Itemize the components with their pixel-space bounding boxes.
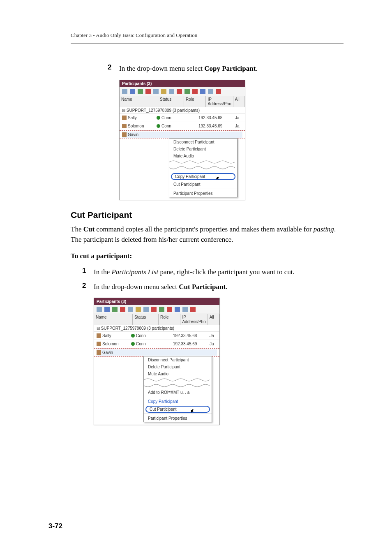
disconnect-icon[interactable] <box>120 307 125 312</box>
person-icon[interactable] <box>128 307 133 312</box>
column-headers: Name Status Role IP Address/Pho Ali <box>120 96 245 107</box>
table-row[interactable]: Solomon Conn 192.33.45.69 Ja <box>120 122 245 130</box>
page-number: 3-72 <box>48 522 62 530</box>
col-name[interactable]: Name <box>94 314 133 325</box>
text-fragment: In the <box>94 268 111 276</box>
ali-text: Ja <box>235 124 242 128</box>
stop-icon[interactable] <box>192 89 198 94</box>
col-ip[interactable]: IP Address/Pho <box>206 96 233 107</box>
column-headers: Name Status Role IP Address/Pho Ali <box>94 314 219 325</box>
participants-pane-title: Participants (3) <box>120 80 245 87</box>
text-fragment: . <box>226 283 227 291</box>
col-ali[interactable]: Ali <box>208 314 219 325</box>
text-fragment: pane, right-click the participant you wa… <box>158 268 294 276</box>
table-row[interactable]: Sally Conn 192.33.45.68 Ja <box>120 114 245 122</box>
menu-item-disconnect[interactable]: Disconnect Participant <box>144 356 212 363</box>
step-text: In the drop-down menu select Copy Partic… <box>119 63 258 74</box>
add-participant-icon[interactable] <box>122 89 127 94</box>
rec-dot-icon[interactable] <box>190 307 196 312</box>
export-icon[interactable] <box>182 307 188 312</box>
menu-item-delete[interactable]: Delete Participant <box>144 363 212 370</box>
step-number: 2 <box>82 282 94 290</box>
context-menu: Disconnect Participant Delete Participan… <box>169 138 238 197</box>
status-dot-icon <box>157 116 160 120</box>
copy-step-2: 2 In the drop-down menu select Copy Part… <box>71 63 344 74</box>
text-italic: Participants List <box>111 268 158 276</box>
disconnect-icon[interactable] <box>145 89 151 94</box>
record-icon[interactable] <box>151 307 157 312</box>
connect-icon[interactable] <box>138 89 143 94</box>
menu-item-copy-participant[interactable]: Copy Participant <box>171 173 235 180</box>
status-text: Conn <box>136 342 146 346</box>
menu-item-mute[interactable]: Mute Audio <box>169 153 237 160</box>
participant-name: Solomon <box>128 124 144 128</box>
record-icon[interactable] <box>177 89 182 94</box>
torn-edge <box>169 165 237 171</box>
menu-item-participant-properties[interactable]: Participant Properties <box>144 415 212 422</box>
torn-edge <box>144 377 212 383</box>
ip-text: 192.33.45.68 <box>173 333 210 338</box>
text-fragment: . <box>256 65 257 72</box>
participants-screenshot-cut: Participants (3) Name Status Role IP Add… <box>94 298 220 425</box>
list-icon[interactable] <box>104 307 110 312</box>
add-participant-icon[interactable] <box>97 307 102 312</box>
col-name[interactable]: Name <box>120 96 158 107</box>
connect-icon[interactable] <box>112 307 118 312</box>
group-row[interactable]: ⊟ SUPPORT_1275978809 (3 participants) <box>120 107 245 114</box>
menu-item-mute[interactable]: Mute Audio <box>144 370 212 377</box>
participants-screenshot-copy: Participants (3) Name Status Role IP Add… <box>119 80 245 200</box>
menu-item-cut-participant[interactable]: Cut Participant <box>169 181 237 188</box>
menu-item-add-to[interactable]: Add to ROI=XMT u. . a <box>144 389 212 396</box>
col-status[interactable]: Status <box>133 314 159 325</box>
col-ali[interactable]: Ali <box>233 96 245 107</box>
ip-text: 192.33.45.69 <box>173 342 210 346</box>
status-dot-icon <box>157 124 160 128</box>
step-text: In the drop-down menu select Cut Partici… <box>94 282 227 292</box>
text-fragment: The <box>71 225 83 233</box>
speaker-icon[interactable] <box>200 89 205 94</box>
play-icon[interactable] <box>184 89 190 94</box>
refresh-icon[interactable] <box>136 307 141 312</box>
table-row[interactable]: Solomon Conn 192.33.45.69 Ja <box>94 340 219 348</box>
status-dot-icon <box>131 334 135 338</box>
ip-text: 192.33.45.68 <box>198 116 235 120</box>
mute-icon[interactable] <box>143 307 149 312</box>
procedure-heading: To cut a participant: <box>71 252 132 260</box>
menu-item-copy-participant[interactable]: Copy Participant <box>144 398 212 405</box>
cut-step-1: 1 In the Participants List pane, right-c… <box>71 267 344 278</box>
col-role[interactable]: Role <box>184 96 206 107</box>
stop-icon[interactable] <box>167 307 172 312</box>
header-rule <box>71 43 344 44</box>
step-number: 2 <box>108 63 119 72</box>
speaker-icon[interactable] <box>175 307 180 312</box>
menu-item-delete[interactable]: Delete Participant <box>169 146 237 153</box>
rec-dot-icon[interactable] <box>216 89 221 94</box>
play-icon[interactable] <box>159 307 164 312</box>
col-status[interactable]: Status <box>158 96 184 107</box>
col-ip[interactable]: IP Address/Pho <box>180 314 208 325</box>
text-fragment: In the drop-down menu select <box>119 65 204 72</box>
person-icon[interactable] <box>153 89 159 94</box>
step-number: 1 <box>82 267 94 275</box>
mute-icon[interactable] <box>169 89 174 94</box>
text-bold: Copy Participant <box>204 65 256 72</box>
refresh-icon[interactable] <box>161 89 166 94</box>
table-row-selected[interactable]: Gavin <box>94 348 219 357</box>
export-icon[interactable] <box>208 89 213 94</box>
list-icon[interactable] <box>130 89 135 94</box>
status-text: Conn <box>161 116 171 120</box>
menu-item-participant-properties[interactable]: Participant Properties <box>169 190 237 197</box>
menu-item-disconnect[interactable]: Disconnect Participant <box>169 139 237 146</box>
text-bold: Cut Participant <box>179 283 226 291</box>
text-fragment: In the drop-down menu select <box>94 283 179 291</box>
col-role[interactable]: Role <box>159 314 180 325</box>
menu-item-cut-participant[interactable]: Cut Participant <box>145 406 210 413</box>
cut-participant-heading: Cut Participant <box>71 210 344 220</box>
table-row[interactable]: Sally Conn 192.33.45.68 Ja <box>94 332 219 340</box>
group-row[interactable]: ⊟ SUPPORT_1275978809 (3 participants) <box>94 325 219 332</box>
torn-edge <box>144 383 212 389</box>
ali-text: Ja <box>235 116 242 120</box>
table-row-selected[interactable]: Gavin <box>120 130 245 139</box>
participant-name: Gavin <box>102 350 113 355</box>
group-label: SUPPORT_1275978809 (3 participants) <box>127 108 200 113</box>
